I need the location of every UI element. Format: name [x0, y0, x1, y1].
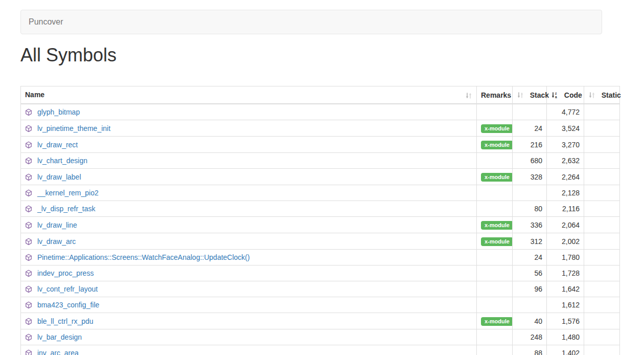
static-cell	[584, 233, 620, 250]
stack-cell	[513, 104, 547, 120]
table-row: lv_pinetime_theme_init x-module 24 3,524	[21, 120, 620, 137]
static-cell	[584, 345, 620, 355]
remarks-cell	[477, 281, 513, 297]
stack-cell: 312	[513, 233, 547, 250]
static-cell	[584, 250, 620, 265]
cube-icon	[25, 301, 32, 309]
column-label: Code	[564, 91, 582, 99]
cube-icon-slot	[25, 173, 37, 181]
cube-icon	[25, 141, 32, 149]
symbol-link[interactable]: lv_draw_arc	[37, 237, 76, 246]
cube-icon-slot	[25, 189, 37, 197]
table-row: inv_arc_area 88 1,402	[21, 345, 620, 355]
name-cell: Pinetime::Applications::Screens::WatchFa…	[21, 250, 477, 265]
remarks-cell	[477, 201, 513, 217]
column-header-stack[interactable]: Stack	[513, 86, 547, 104]
cube-icon-slot	[25, 205, 37, 213]
remarks-cell: x-module	[477, 217, 513, 233]
code-sort-slot: z a	[551, 91, 560, 99]
name-cell: glyph_bitmap	[21, 104, 477, 120]
static-cell	[584, 137, 620, 153]
table-row: lv_cont_refr_layout 96 1,642	[21, 281, 620, 297]
symbol-link[interactable]: lv_draw_line	[37, 221, 77, 229]
x-module-badge: x-module	[481, 141, 513, 149]
code-cell: 1,780	[547, 250, 584, 265]
static-cell	[584, 169, 620, 185]
cube-icon	[25, 189, 32, 197]
stack-cell: 216	[513, 137, 547, 153]
symbol-link[interactable]: lv_cont_refr_layout	[37, 285, 98, 293]
cube-icon	[25, 238, 32, 246]
table-row: lv_draw_arc x-module 312 2,002	[21, 233, 620, 250]
static-cell	[584, 120, 620, 137]
table-row: __kernel_rem_pio2 2,128	[21, 185, 620, 201]
cube-icon-slot	[25, 108, 37, 116]
cube-icon-slot	[25, 301, 37, 309]
code-cell: 3,270	[547, 137, 584, 153]
symbol-link[interactable]: lv_chart_design	[37, 157, 87, 165]
svg-text:a: a	[555, 95, 557, 99]
cube-icon	[25, 205, 32, 213]
cube-icon-slot	[25, 157, 37, 165]
name-cell: lv_pinetime_theme_init	[21, 120, 477, 137]
cube-icon-slot	[25, 317, 37, 325]
remarks-cell	[477, 104, 513, 120]
symbol-link[interactable]: lv_draw_label	[37, 173, 81, 181]
remarks-cell: x-module	[477, 313, 513, 329]
stack-cell: 88	[513, 345, 547, 355]
x-module-badge: x-module	[481, 221, 513, 230]
static-cell	[584, 297, 620, 313]
static-cell	[584, 104, 620, 120]
symbol-link[interactable]: lv_bar_design	[37, 333, 82, 341]
name-cell: lv_chart_design	[21, 153, 477, 169]
cube-icon	[25, 285, 32, 293]
column-label: Stack	[530, 91, 549, 99]
symbol-link[interactable]: bma423_config_file	[37, 301, 99, 309]
column-label: Remarks	[481, 91, 511, 99]
column-header-name[interactable]: Name	[21, 86, 477, 104]
cube-icon-slot	[25, 269, 37, 277]
symbol-link[interactable]: lv_pinetime_theme_init	[37, 124, 110, 132]
stack-cell: 24	[513, 250, 547, 265]
navbar: Puncover	[20, 10, 602, 34]
remarks-cell: x-module	[477, 137, 513, 153]
symbol-link[interactable]: __kernel_rem_pio2	[37, 189, 99, 197]
symbol-link[interactable]: glyph_bitmap	[37, 108, 80, 116]
stack-cell: 336	[513, 217, 547, 233]
name-cell: indev_proc_press	[21, 265, 477, 281]
cube-icon-slot	[25, 141, 37, 149]
remarks-cell: x-module	[477, 233, 513, 250]
code-cell: 2,128	[547, 185, 584, 201]
name-cell: lv_cont_refr_layout	[21, 281, 477, 297]
remarks-cell: x-module	[477, 169, 513, 185]
navbar-brand[interactable]: Puncover	[21, 17, 71, 27]
remarks-cell	[477, 250, 513, 265]
cube-icon	[25, 349, 32, 355]
table-row: Pinetime::Applications::Screens::WatchFa…	[21, 250, 620, 265]
name-cell: lv_draw_label	[21, 169, 477, 185]
symbol-link[interactable]: inv_arc_area	[37, 349, 79, 355]
name-cell: _lv_disp_refr_task	[21, 201, 477, 217]
column-label: Name	[25, 91, 44, 99]
symbol-link[interactable]: indev_proc_press	[37, 269, 94, 277]
column-header-code[interactable]: z a Code	[547, 86, 584, 104]
remarks-cell	[477, 185, 513, 201]
cube-icon-slot	[25, 253, 37, 261]
table-row: bma423_config_file 1,612	[21, 297, 620, 313]
stack-cell	[513, 297, 547, 313]
remarks-cell: x-module	[477, 120, 513, 137]
table-header-row: Name Remarks Sta	[21, 86, 620, 104]
column-header-static[interactable]: Static	[584, 86, 620, 104]
name-cell: ble_ll_ctrl_rx_pdu	[21, 313, 477, 329]
name-cell: __kernel_rem_pio2	[21, 185, 477, 201]
column-label: Static	[602, 91, 621, 99]
static-cell	[584, 185, 620, 201]
static-sort-slot	[588, 91, 597, 99]
symbol-link[interactable]: Pinetime::Applications::Screens::WatchFa…	[37, 253, 250, 261]
symbol-link[interactable]: ble_ll_ctrl_rx_pdu	[37, 317, 94, 325]
remarks-cell	[477, 153, 513, 169]
cube-icon	[25, 334, 32, 341]
symbol-link[interactable]: _lv_disp_refr_task	[37, 205, 96, 213]
sort-icon	[588, 92, 595, 99]
symbol-link[interactable]: lv_draw_rect	[37, 141, 78, 149]
